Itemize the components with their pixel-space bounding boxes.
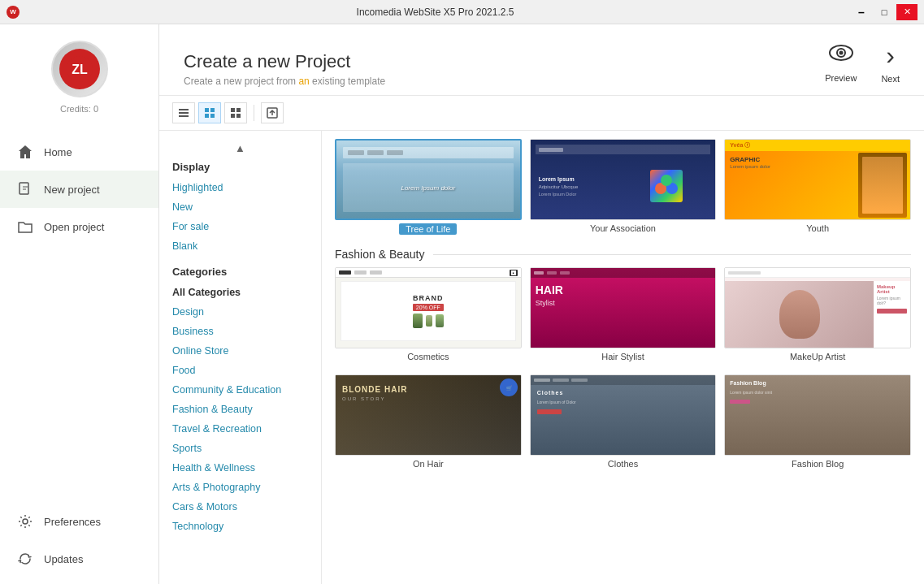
updates-label: Updates (44, 553, 83, 565)
svg-rect-11 (210, 108, 215, 112)
display-section-label: Display (159, 158, 321, 178)
svg-rect-14 (231, 108, 235, 112)
fashion-beauty-section-header: Fashion & Beauty (335, 248, 911, 261)
open-project-icon (16, 218, 34, 236)
filter-design[interactable]: Design (159, 302, 321, 322)
template-item-youth[interactable]: Yvéa ⓡ GRAPHIC Lorem ipsum dolor (724, 139, 911, 235)
subtitle-pre: Create a new project from (184, 76, 298, 87)
app-icon: W (7, 6, 20, 19)
fashion-beauty-label: Fashion & Beauty (335, 248, 425, 261)
template-item-tree-of-life[interactable]: Lorem Ipsum dolor Tree of Life (335, 139, 522, 235)
filter-cars-motors[interactable]: Cars & Motors (159, 497, 321, 517)
credits-label: Credits: 0 (60, 104, 98, 114)
template-thumb-fashion-blog[interactable]: Fashion Blog Lorem ipsum dolor sinit (724, 374, 911, 456)
list-view-button[interactable] (172, 102, 195, 123)
next-label: Next (881, 74, 900, 84)
svg-rect-2 (20, 183, 28, 194)
sidebar-item-preferences[interactable]: Preferences (0, 503, 158, 540)
template-item-hair-stylist[interactable]: HAIR Stylist Hair Stylist (530, 267, 717, 361)
filter-travel-recreation[interactable]: Travel & Recreation (159, 419, 321, 439)
header-actions: Preview › Next (825, 41, 900, 87)
svg-text:ZL: ZL (72, 63, 88, 76)
template-grid: Lorem Ipsum dolor Tree of Life (322, 131, 924, 584)
content-area: Create a new Project Create a new projec… (159, 24, 924, 584)
new-project-icon (16, 180, 34, 198)
template-thumb-tree-of-life[interactable]: Lorem Ipsum dolor (335, 139, 522, 220)
page-title: Create a new Project (184, 51, 385, 72)
large-grid-view-button[interactable] (224, 102, 247, 123)
content-header: Create a new Project Create a new projec… (159, 24, 924, 96)
next-button[interactable]: › Next (881, 41, 900, 84)
template-name-youth: Youth (806, 223, 829, 233)
filter-community-education[interactable]: Community & Education (159, 380, 321, 400)
svg-text:🛒: 🛒 (505, 385, 512, 391)
template-thumb-on-hair[interactable]: BLONDE HAIR OUR STORY 🛒 (335, 374, 522, 456)
svg-rect-8 (179, 112, 189, 114)
app-logo: ZL (51, 41, 108, 97)
template-name-clothes: Clothes (608, 459, 638, 469)
sidebar-item-home[interactable]: Home (0, 133, 158, 171)
template-thumb-hair-stylist[interactable]: HAIR Stylist (530, 267, 717, 348)
titlebar: W Incomedia WebSite X5 Pro 2021.2.5 – □ … (0, 0, 924, 24)
filter-fashion-beauty[interactable]: Fashion & Beauty (159, 400, 321, 419)
upload-button[interactable] (261, 102, 284, 123)
panel-layout: ▲ Display Highlighted New For sale Blank… (159, 131, 924, 584)
template-item-cosmetics[interactable]: ■ BRAND 20% OFF (335, 267, 522, 361)
template-thumb-your-association[interactable]: Lorem Ipsum Adpiscitur Ubcque Lorem Ipsu… (530, 139, 717, 220)
template-thumb-clothes[interactable]: Clothes Lorem Ipsum of Dolor (530, 374, 717, 456)
new-project-label: New project (44, 184, 100, 196)
minimize-button[interactable]: – (851, 4, 872, 20)
maximize-button[interactable]: □ (874, 4, 895, 20)
sidebar-item-open-project[interactable]: Open project (0, 208, 158, 245)
window-title: Incomedia WebSite X5 Pro 2021.2.5 (20, 6, 851, 18)
filter-sports[interactable]: Sports (159, 439, 321, 458)
template-item-on-hair[interactable]: BLONDE HAIR OUR STORY 🛒 On Hair (335, 374, 522, 469)
filter-blank[interactable]: Blank (159, 236, 321, 256)
template-item-makeup-artist[interactable]: MakeupArtist Lorem ipsum dolr? MakeUp Ar… (724, 267, 911, 361)
template-item-clothes[interactable]: Clothes Lorem Ipsum of Dolor Clothes (530, 374, 717, 469)
template-name-on-hair: On Hair (413, 459, 444, 469)
template-thumb-youth[interactable]: Yvéa ⓡ GRAPHIC Lorem ipsum dolor (724, 139, 911, 220)
filter-technology[interactable]: Technology (159, 517, 321, 536)
filter-panel: ▲ Display Highlighted New For sale Blank… (159, 131, 322, 584)
template-thumb-cosmetics[interactable]: ■ BRAND 20% OFF (335, 267, 522, 348)
filter-business[interactable]: Business (159, 322, 321, 341)
subtitle-link[interactable]: an (298, 76, 309, 87)
template-item-fashion-blog[interactable]: Fashion Blog Lorem ipsum dolor sinit Fas… (724, 374, 911, 469)
home-label: Home (44, 146, 72, 158)
filter-health-wellness[interactable]: Health & Wellness (159, 458, 321, 478)
preview-button[interactable]: Preview (825, 41, 857, 83)
svg-point-3 (23, 519, 28, 524)
filter-arts-photography[interactable]: Arts & Photography (159, 478, 321, 497)
filter-food[interactable]: Food (159, 361, 321, 380)
filter-scroll-up[interactable]: ▲ (159, 139, 321, 158)
grid-view-button[interactable] (198, 102, 221, 123)
sidebar-item-new-project[interactable]: New project (0, 171, 158, 208)
filter-online-store[interactable]: Online Store (159, 341, 321, 361)
preview-icon (828, 41, 854, 70)
filter-highlighted[interactable]: Highlighted (159, 178, 321, 197)
svg-rect-17 (236, 114, 241, 118)
svg-point-6 (839, 51, 843, 55)
sidebar-nav: Home New project Open project (0, 133, 158, 245)
template-name-fashion-blog: Fashion Blog (792, 459, 844, 469)
filter-new[interactable]: New (159, 197, 321, 217)
filter-all-categories[interactable]: All Categories (159, 283, 321, 302)
svg-rect-16 (231, 114, 235, 118)
close-button[interactable]: ✕ (896, 4, 917, 20)
svg-rect-10 (205, 108, 209, 112)
svg-rect-7 (179, 109, 189, 110)
filter-for-sale[interactable]: For sale (159, 217, 321, 236)
pro-badge: 🛒 (500, 379, 518, 396)
preferences-label: Preferences (44, 516, 101, 528)
sidebar: ZL Credits: 0 Home (0, 24, 159, 584)
svg-rect-9 (179, 115, 189, 117)
template-name-makeup-artist: MakeUp Artist (790, 352, 845, 361)
template-name-cosmetics: Cosmetics (407, 352, 449, 361)
page-subtitle: Create a new project from an existing te… (184, 76, 385, 87)
sidebar-bottom-nav: Preferences Updates (0, 503, 158, 578)
template-thumb-makeup-artist[interactable]: MakeupArtist Lorem ipsum dolr? (724, 267, 911, 348)
template-item-your-association[interactable]: Lorem Ipsum Adpiscitur Ubcque Lorem Ipsu… (530, 139, 717, 235)
template-name-your-association: Your Association (590, 223, 656, 233)
sidebar-item-updates[interactable]: Updates (0, 540, 158, 578)
